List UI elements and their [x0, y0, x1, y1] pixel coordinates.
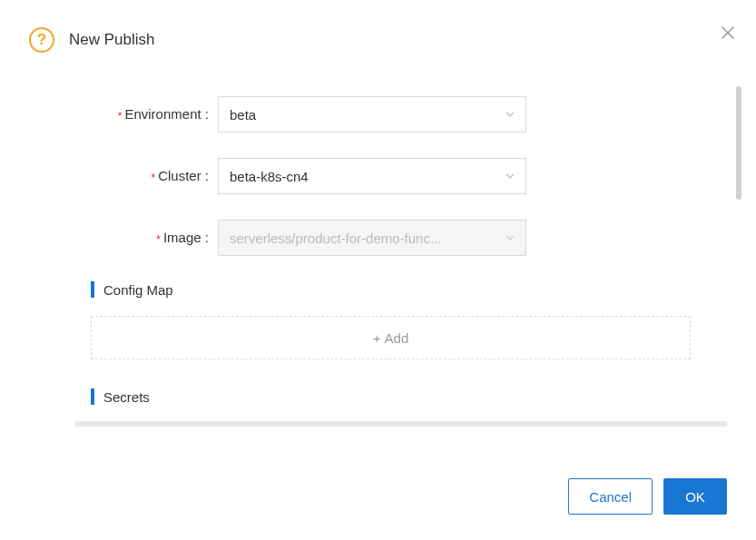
image-select: serverless/product-for-demo-func...	[218, 220, 526, 256]
dialog-content: *Environment : beta *Cluster : beta-k8s-…	[29, 96, 727, 441]
secrets-section-title: Secrets	[91, 388, 691, 405]
image-label: *Image :	[91, 230, 218, 245]
add-configmap-button[interactable]: + Add	[91, 316, 691, 359]
cluster-select[interactable]: beta-k8s-cn4	[218, 158, 526, 194]
image-row: *Image : serverless/product-for-demo-fun…	[91, 220, 691, 256]
chevron-down-icon	[506, 235, 515, 241]
horizontal-scrollbar[interactable]	[74, 421, 727, 427]
environment-value: beta	[230, 107, 498, 123]
image-value: serverless/product-for-demo-func...	[230, 231, 498, 246]
cancel-button[interactable]: Cancel	[568, 478, 653, 515]
required-mark: *	[156, 233, 161, 246]
environment-row: *Environment : beta	[91, 96, 691, 133]
environment-label: *Environment :	[91, 106, 218, 122]
dialog-footer: Cancel OK	[568, 478, 727, 515]
publish-dialog: ? New Publish *Environment : beta *Clust…	[0, 0, 756, 540]
chevron-down-icon	[506, 112, 515, 117]
scrollbar[interactable]	[736, 86, 741, 200]
cluster-value: beta-k8s-cn4	[230, 169, 498, 184]
chevron-down-icon	[506, 173, 515, 179]
dialog-title: New Publish	[69, 31, 155, 49]
plus-icon: +	[373, 330, 381, 346]
section-bar-icon	[91, 388, 94, 405]
add-label: Add	[385, 330, 409, 346]
section-bar-icon	[91, 281, 94, 298]
required-mark: *	[151, 172, 155, 184]
cluster-row: *Cluster : beta-k8s-cn4	[91, 158, 691, 194]
help-icon: ?	[29, 27, 54, 53]
configmap-section-title: Config Map	[91, 281, 691, 298]
cluster-label: *Cluster :	[91, 168, 218, 183]
ok-button[interactable]: OK	[663, 478, 727, 515]
environment-select[interactable]: beta	[218, 96, 526, 133]
close-icon[interactable]	[722, 25, 734, 42]
required-mark: *	[118, 110, 123, 123]
dialog-header: ? New Publish	[29, 27, 727, 53]
